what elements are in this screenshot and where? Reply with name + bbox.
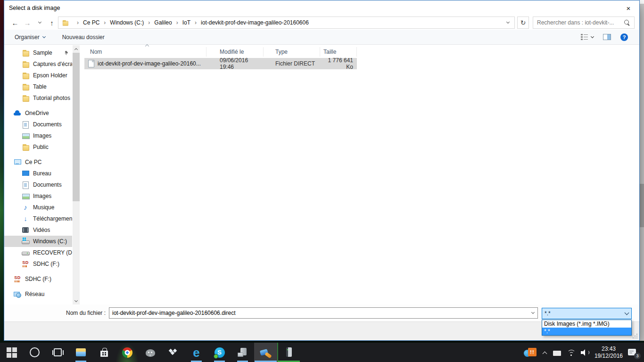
recent-locations-button[interactable] [33, 16, 46, 29]
scroll-down-button[interactable] [73, 297, 80, 304]
column-header-type[interactable]: Type [264, 47, 320, 57]
filetype-value: *.* [542, 310, 622, 317]
sidebar-item-documents[interactable]: Documents [4, 179, 72, 190]
sidebar-item-images[interactable]: Images [4, 190, 72, 202]
taskbar-button-gimp[interactable] [139, 343, 162, 362]
preview-pane-button[interactable] [603, 34, 611, 40]
resize-grip[interactable] [633, 334, 637, 338]
organize-button[interactable]: Organiser [15, 34, 45, 41]
column-header-taille[interactable]: Taille [320, 47, 357, 57]
file-row[interactable]: iot-devkit-prof-dev-image-galileo-20160.… [84, 58, 357, 69]
music-icon: ♪ [22, 204, 29, 211]
up-button[interactable]: ↑ [46, 16, 58, 29]
navigation-pane: Sample Captures d'écran Epson Holder Tab… [4, 45, 80, 304]
forward-button[interactable]: → [21, 16, 33, 29]
back-button[interactable]: ← [9, 16, 21, 29]
sidebar-item-tutorial-photos[interactable]: Tutorial photos [4, 92, 72, 104]
refresh-button[interactable]: ↻ [517, 16, 529, 29]
search-input[interactable] [533, 19, 624, 26]
filetype-dropdown-list: Disk Images (*.img *.IMG)*.* [542, 320, 632, 336]
taskbar-button-cortana[interactable] [23, 343, 46, 362]
filetype-combobox[interactable]: *.* [542, 308, 632, 319]
breadcrumb-item-iot[interactable]: › IoT [172, 19, 190, 26]
filename-dropdown-button[interactable] [528, 308, 537, 318]
taskbar-button-device[interactable] [231, 343, 254, 362]
taskbar-button-start[interactable] [0, 343, 23, 362]
explorer-icon [75, 346, 87, 359]
tray-alert-button[interactable]: !! [524, 346, 537, 359]
sidebar-item-ce-pc[interactable]: Ce PC [4, 156, 72, 168]
help-button[interactable]: ? [620, 33, 628, 41]
battery-icon[interactable] [553, 350, 562, 355]
sidebar-item-captures-d-cran[interactable]: Captures d'écran [4, 58, 72, 70]
sidebar-item-windows-c[interactable]: Windows (C:) [4, 236, 72, 247]
net-icon [14, 290, 21, 298]
start-icon [6, 346, 18, 359]
filetype-dropdown-button[interactable] [622, 308, 631, 319]
sidebar-item-vid-os[interactable]: Vidéos [4, 224, 72, 236]
sidebar-item-t-l-chargements[interactable]: ↓ Téléchargements [4, 213, 72, 224]
filetype-option[interactable]: *.* [542, 328, 631, 335]
breadcrumb-item-galileo[interactable]: › Galileo [144, 19, 172, 26]
taskbar-button-edge[interactable]: e [185, 343, 208, 362]
change-view-button[interactable] [581, 34, 594, 40]
filename-combobox[interactable] [109, 307, 538, 319]
sidebar-item-documents[interactable]: Documents [4, 119, 72, 130]
cloud-icon [14, 109, 21, 117]
sidebar-item-r-seau[interactable]: Réseau [4, 288, 72, 300]
background-window-scrollbar[interactable] [640, 4, 644, 341]
file-icon [88, 60, 94, 67]
store-icon [98, 346, 110, 359]
sidebar-item-images[interactable]: Images [4, 130, 72, 141]
new-folder-button[interactable]: Nouveau dossier [62, 34, 105, 41]
sd-icon: SD [22, 260, 29, 268]
sidebar-scrollbar[interactable] [73, 45, 80, 304]
title-bar[interactable]: Select a disk image × [4, 0, 639, 16]
column-header-modifi-le[interactable]: Modifié le [206, 47, 264, 57]
background-window-scrollbar-thumb[interactable] [640, 184, 644, 227]
sidebar-item-sample[interactable]: Sample [4, 47, 72, 58]
filename-input[interactable] [109, 310, 528, 316]
chevron-down-icon [531, 311, 534, 314]
taskbar-button-skype[interactable]: S [208, 343, 231, 362]
close-button[interactable]: × [618, 1, 639, 15]
volume-icon[interactable] [581, 349, 589, 356]
taskbar-button-imager[interactable] [254, 343, 277, 362]
navigation-bar: ← → ↑ › Ce PC › Windows (C:) › Galileo [4, 16, 639, 30]
address-bar[interactable]: › Ce PC › Windows (C:) › Galileo › IoT ›… [58, 16, 515, 29]
scroll-up-button[interactable] [73, 45, 80, 52]
sidebar-item-public[interactable]: Public [4, 141, 72, 153]
sidebar-item-onedrive[interactable]: OneDrive [4, 107, 72, 119]
folder-icon [22, 60, 29, 68]
sidebar-item-musique[interactable]: ♪ Musique [4, 202, 72, 213]
clock[interactable]: 23:43 19/12/2016 [594, 346, 623, 360]
sidebar-item-sdhc-f[interactable]: SD SDHC (F:) [4, 273, 72, 285]
open-file-dialog: Select a disk image × ← → ↑ › Ce PC › Wi… [4, 0, 640, 341]
sidebar-item-table[interactable]: Table [4, 81, 72, 92]
taskbar-button-explorer[interactable] [69, 343, 92, 362]
skype-icon: S [214, 346, 226, 359]
taskbar-button-store[interactable] [92, 343, 116, 362]
sidebar-item-bureau[interactable]: Bureau [4, 168, 72, 179]
column-header-nom[interactable]: Nom [84, 47, 206, 57]
breadcrumb-item-iot-devkit-prof-dev-image-galileo-20160606[interactable]: › iot-devkit-prof-dev-image-galileo-2016… [190, 19, 309, 26]
up-icon: ↑ [50, 19, 54, 27]
sidebar-item-epson-holder[interactable]: Epson Holder [4, 70, 72, 81]
taskbar-button-taskview[interactable] [46, 343, 69, 362]
file-modified: 09/06/2016 19:46 [206, 57, 264, 70]
address-history-button[interactable] [503, 22, 512, 23]
taskbar-button-chrome[interactable] [116, 343, 139, 362]
chevron-down-icon [38, 20, 41, 24]
taskbar-button-dropbox[interactable] [162, 343, 185, 362]
sidebar-item-sdhc-f[interactable]: SD SDHC (F:) [4, 258, 72, 270]
video-icon [22, 226, 29, 234]
action-center-button[interactable]: 3 [628, 348, 637, 357]
breadcrumb-item-windows-c[interactable]: › Windows (C:) [99, 19, 144, 26]
breadcrumb-item-ce-pc[interactable]: › Ce PC [73, 19, 99, 26]
tray-overflow-button[interactable] [542, 350, 548, 355]
taskbar-button-tower[interactable] [277, 343, 300, 362]
wifi-icon[interactable] [567, 349, 576, 356]
sidebar-scrollbar-thumb[interactable] [73, 53, 80, 201]
sidebar-item-recovery-d[interactable]: RECOVERY (D:) [4, 247, 72, 258]
filetype-option-disk-images-img-img[interactable]: Disk Images (*.img *.IMG) [542, 320, 631, 328]
